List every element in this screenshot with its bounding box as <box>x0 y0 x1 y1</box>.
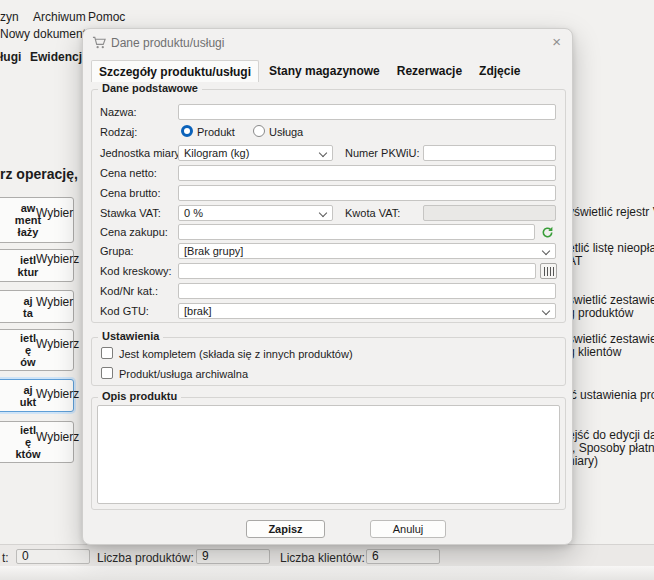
rodzaj-label: Rodzaj: <box>100 126 137 138</box>
action-hint: Wybier <box>36 295 73 309</box>
close-icon[interactable]: × <box>552 33 561 50</box>
checkbox-archiwalna[interactable] <box>101 367 113 379</box>
dialog-title: Dane produktu/usługi <box>111 36 224 50</box>
grupa-select[interactable]: [Brak grupy] <box>178 243 556 259</box>
cena-brutto-input[interactable] <box>178 185 556 201</box>
bg-tab-uslugi[interactable]: ługi <box>0 50 21 64</box>
numer-pkwiu-label: Numer PKWiU: <box>345 147 420 159</box>
group-title: Opis produktu <box>98 390 181 402</box>
kod-gtu-label: Kod GTU: <box>100 305 149 317</box>
group-title: Dane podstawowe <box>98 82 202 94</box>
status-label-klienci: Liczba klientów: <box>280 551 365 565</box>
menu-item-pomoc[interactable]: Pomoc <box>88 10 125 24</box>
nazwa-label: Nazwa: <box>100 106 137 118</box>
chevron-down-icon <box>542 247 550 255</box>
product-dialog: Dane produktu/usługi × Szczegóły produkt… <box>82 28 573 545</box>
chevron-down-icon <box>319 209 327 217</box>
action-hint: Wybier <box>36 206 73 220</box>
cena-zakupu-label: Cena zakupu: <box>100 226 168 238</box>
tab-szczegoly[interactable]: Szczegóły produktu/usługi <box>91 60 259 82</box>
status-label-produkty: Liczba produktów: <box>97 551 194 565</box>
cena-netto-label: Cena netto: <box>100 167 157 179</box>
barcode-icon[interactable] <box>540 263 557 279</box>
radio-usluga[interactable] <box>253 125 265 137</box>
action-hint: Wybierz <box>36 430 79 444</box>
action-hint: Wybierz t <box>36 387 86 401</box>
status-bar: t: 0 Liczba produktów: 9 Liczba klientów… <box>0 544 654 566</box>
bg-heading: rz operację, k <box>0 166 90 182</box>
radio-usluga-label: Usługa <box>269 126 303 138</box>
cena-zakupu-input[interactable] <box>178 224 535 240</box>
menu-item-archiwum[interactable]: Archiwum <box>33 10 86 24</box>
window-bottom-edge <box>0 566 654 580</box>
bg-description: świetlić zestawieni g produktów <box>568 294 654 320</box>
stawka-vat-label: Stawka VAT: <box>100 207 161 219</box>
kod-nr-kat-input[interactable] <box>178 283 556 299</box>
action-button-wystaw-dokument[interactable]: aw ment łaży <box>0 197 74 243</box>
menu-item-magazyn[interactable]: zyn <box>0 10 19 24</box>
radio-produkt[interactable] <box>181 125 193 137</box>
action-hint: Wybierz <box>36 337 79 351</box>
tab-rezerwacje[interactable]: Rezerwacje <box>390 60 469 82</box>
radio-produkt-label: Produkt <box>197 126 235 138</box>
numer-pkwiu-input[interactable] <box>423 145 556 161</box>
jednostka-miary-label: Jednostka miary: <box>100 147 183 159</box>
checkbox-jest-kompletem[interactable] <box>101 347 113 359</box>
bg-description: yświetlić rejestr VA <box>568 206 654 219</box>
tab-zdjecie[interactable]: Zdjęcie <box>472 60 527 82</box>
chevron-down-icon <box>319 149 327 157</box>
status-value-dokumenty: 0 <box>16 549 90 564</box>
jednostka-miary-select[interactable]: Kilogram (kg) <box>178 145 333 161</box>
checkbox-jest-kompletem-label: Jest kompletem (składa się z innych prod… <box>119 348 353 360</box>
bg-description: świetlić zestawieni g klientów <box>568 333 654 359</box>
grupa-label: Grupa: <box>100 245 134 257</box>
save-button[interactable]: Zapisz <box>246 520 325 538</box>
cart-icon <box>92 35 107 53</box>
cena-brutto-label: Cena brutto: <box>100 187 161 199</box>
kod-kreskowy-label: Kod kreskowy: <box>100 265 172 277</box>
action-hint: Wybierz <box>36 252 79 266</box>
status-label-dokumenty: t: <box>2 551 9 565</box>
opis-produktu-textarea[interactable] <box>97 405 560 504</box>
stawka-vat-select[interactable]: 0 % <box>178 205 333 221</box>
screen: zyn Archiwum Pomoc Nowy dokument m ługi … <box>0 0 654 580</box>
status-value-produkty: 9 <box>196 549 270 564</box>
kwota-vat-input <box>423 205 556 221</box>
nazwa-input[interactable] <box>178 104 556 120</box>
tab-stany[interactable]: Stany magazynowe <box>262 60 387 82</box>
bg-description: ejść do edycji dany (, Sposoby płatnoś n… <box>568 429 654 468</box>
bg-description: etlić listę nieopłaco AT <box>568 242 654 268</box>
kod-nr-kat-label: Kod/Nr kat.: <box>100 285 158 297</box>
chevron-down-icon <box>542 307 550 315</box>
kod-kreskowy-input[interactable] <box>178 263 536 279</box>
dialog-tabs: Szczegóły produktu/usługi Stany magazyno… <box>91 60 527 82</box>
kwota-vat-label: Kwota VAT: <box>345 207 400 219</box>
checkbox-archiwalna-label: Produkt/usługa archiwalna <box>119 368 248 380</box>
cena-netto-input[interactable] <box>178 165 556 181</box>
refresh-icon[interactable] <box>539 224 555 240</box>
bg-description: ić ustawienia prog <box>568 389 654 402</box>
cancel-button[interactable]: Anuluj <box>370 520 446 538</box>
status-value-klienci: 6 <box>366 549 440 564</box>
group-title: Ustawienia <box>98 330 163 342</box>
kod-gtu-select[interactable]: [brak] <box>178 303 556 319</box>
